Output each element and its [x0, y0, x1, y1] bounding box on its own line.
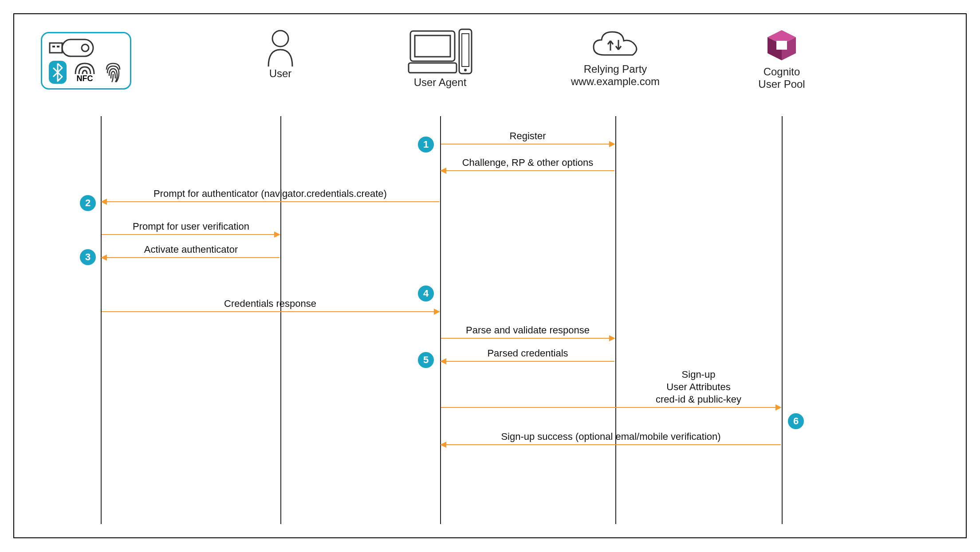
cloud-icon	[562, 27, 669, 63]
cognito-lane-sublabel: User Pool	[737, 78, 826, 90]
arrow-prompt-authenticator	[102, 201, 439, 202]
msg-challenge: Challenge, RP & other options	[440, 157, 615, 168]
svg-point-4	[82, 44, 89, 51]
user-icon	[254, 27, 307, 67]
step-badge-5: 5	[418, 352, 434, 368]
msg-activate-authenticator: Activate authenticator	[102, 244, 280, 255]
user-agent-lane-label: User Agent	[396, 76, 484, 89]
svg-rect-0	[50, 43, 62, 53]
relying-party-lifeline	[615, 116, 616, 524]
msg-signup-success: Sign-up success (optional emal/mobile ve…	[440, 431, 782, 442]
svg-rect-8	[415, 35, 450, 57]
devices-icon	[396, 27, 484, 76]
arrow-activate-authenticator	[102, 257, 279, 258]
arrow-signup	[441, 407, 781, 408]
relying-party-lane-label: Relying Party	[562, 63, 669, 75]
relying-party-lane-sublabel: www.example.com	[562, 75, 669, 88]
msg-signup-line1: Sign-up	[615, 369, 782, 380]
cognito-lane-label: Cognito	[737, 66, 826, 78]
svg-rect-2	[57, 46, 59, 47]
arrow-credentials-response	[102, 311, 439, 312]
msg-parsed-credentials: Parsed credentials	[440, 348, 615, 359]
arrow-parse-validate	[441, 338, 614, 339]
arrow-register	[441, 144, 614, 145]
msg-prompt-authenticator: Prompt for authenticator (navigator.cred…	[102, 188, 439, 200]
svg-rect-1	[52, 46, 55, 47]
svg-marker-17	[776, 41, 787, 50]
nfc-label: NFC	[73, 74, 97, 83]
user-agent-lifeline	[440, 116, 441, 524]
authenticator-lifeline	[101, 116, 102, 524]
arrow-prompt-user-verification	[102, 234, 279, 235]
user-agent-lane-header: User Agent	[396, 27, 484, 89]
nfc-icon: NFC	[73, 62, 97, 83]
arrow-signup-success	[441, 444, 781, 445]
cognito-lifeline	[782, 116, 783, 524]
svg-point-12	[464, 69, 467, 71]
svg-rect-9	[409, 63, 457, 73]
step-badge-2: 2	[80, 195, 96, 211]
msg-prompt-user-verification: Prompt for user verification	[102, 221, 280, 232]
svg-rect-11	[462, 34, 469, 67]
usb-key-icon	[49, 38, 123, 58]
msg-parse-validate: Parse and validate response	[440, 325, 615, 336]
user-lane-label: User	[254, 67, 307, 80]
svg-point-6	[272, 31, 288, 47]
msg-signup-line3: cred-id & public-key	[615, 394, 782, 405]
step-badge-1: 1	[418, 137, 434, 153]
bluetooth-icon	[49, 61, 67, 84]
msg-register: Register	[440, 130, 615, 142]
msg-credentials-response: Credentials response	[102, 298, 439, 309]
step-badge-3: 3	[80, 249, 96, 265]
cognito-lane-header: Cognito User Pool	[737, 27, 826, 90]
msg-signup-line2: User Attributes	[615, 381, 782, 393]
sequence-diagram: NFC User	[13, 13, 967, 538]
cognito-icon	[764, 27, 799, 63]
user-lane-header: User	[254, 27, 307, 80]
arrow-parsed-credentials	[441, 361, 614, 362]
user-lifeline	[280, 116, 281, 524]
arrow-challenge	[441, 170, 614, 171]
step-badge-6: 6	[788, 413, 804, 429]
relying-party-lane-header: Relying Party www.example.com	[562, 27, 669, 88]
authenticator-icon-group: NFC	[41, 32, 131, 90]
fingerprint-icon	[103, 61, 123, 84]
